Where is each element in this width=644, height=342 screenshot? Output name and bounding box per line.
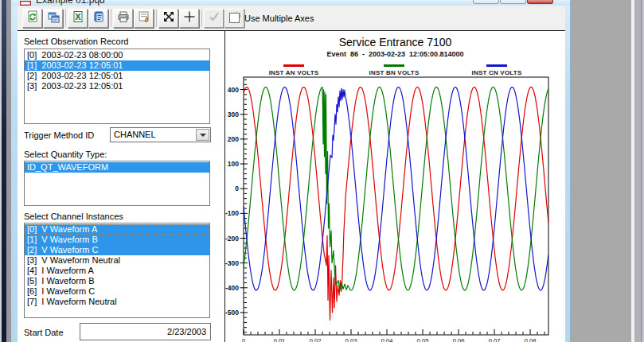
svg-text:0.04: 0.04 bbox=[381, 337, 393, 342]
minimize-button[interactable] bbox=[473, 0, 499, 4]
zoom-extents-button[interactable] bbox=[158, 9, 178, 28]
list-item[interactable]: [6] I Waveform C bbox=[25, 286, 209, 297]
svg-text:-300: -300 bbox=[225, 259, 239, 267]
copy-notes-icon bbox=[92, 10, 105, 26]
channel-instances-label: Select Channel Instances bbox=[24, 212, 123, 221]
apply-check-icon bbox=[208, 10, 221, 26]
observation-record-label: Select Observation Record bbox=[24, 37, 128, 46]
checkbox-box[interactable] bbox=[229, 13, 240, 23]
list-item[interactable]: [1] 2003-02-23 12:05:01 bbox=[25, 60, 209, 71]
list-item[interactable]: [0] V Waveform A bbox=[25, 224, 209, 235]
list-item[interactable]: ID_QT_WAVEFORM bbox=[25, 162, 209, 173]
svg-text:200: 200 bbox=[228, 135, 239, 143]
trigger-method-label: Trigger Method ID bbox=[24, 130, 94, 140]
quantity-type-listbox[interactable]: ID_QT_WAVEFORM bbox=[24, 161, 210, 206]
list-item[interactable]: [1] V Waveform B bbox=[25, 235, 209, 245]
crosshair-button[interactable] bbox=[179, 9, 199, 28]
list-item[interactable]: [3] 2003-02-23 12:05:01 bbox=[25, 81, 209, 91]
waveform-plot[interactable]: -500-400-300-200-100010020030040000.010.… bbox=[225, 31, 565, 342]
zoom-extents-icon bbox=[162, 10, 175, 26]
start-date-input[interactable] bbox=[80, 323, 211, 340]
toolbar-separator bbox=[109, 9, 113, 28]
svg-text:X: X bbox=[75, 12, 81, 21]
svg-text:0: 0 bbox=[235, 185, 239, 192]
chevron-down-icon bbox=[200, 134, 206, 137]
chart-panel: Service Entrance 7100 Event 86 - 2003-02… bbox=[225, 31, 565, 342]
list-item[interactable]: [0] 2003-02-23 08:00:00 bbox=[25, 50, 209, 60]
export-excel-icon: X bbox=[72, 10, 84, 26]
start-date-label: Start Date bbox=[24, 328, 64, 337]
report-view-icon bbox=[47, 10, 60, 26]
channel-properties-button[interactable] bbox=[134, 9, 154, 28]
apply-check-button[interactable] bbox=[204, 9, 224, 28]
channel-properties-icon bbox=[138, 10, 150, 26]
list-item[interactable]: [2] V Waveform C bbox=[25, 245, 209, 255]
list-item[interactable]: [2] 2003-02-23 12:05:01 bbox=[25, 71, 209, 81]
list-item[interactable]: [4] I Waveform A bbox=[25, 266, 209, 276]
svg-text:0.01: 0.01 bbox=[274, 337, 286, 342]
svg-text:0.06: 0.06 bbox=[453, 337, 465, 342]
dropdown-button[interactable] bbox=[196, 129, 209, 141]
svg-text:-400: -400 bbox=[225, 284, 239, 292]
observation-record-listbox[interactable]: [0] 2003-02-23 08:00:00[1] 2003-02-23 12… bbox=[24, 49, 210, 124]
copy-notes-button[interactable] bbox=[88, 9, 108, 28]
use-multiple-axes-checkbox[interactable]: Use Multiple Axes bbox=[229, 13, 314, 23]
svg-text:0.07: 0.07 bbox=[489, 337, 501, 342]
refresh-data-button[interactable] bbox=[22, 9, 42, 28]
svg-text:400: 400 bbox=[228, 86, 239, 94]
trigger-method-value: CHANNEL bbox=[114, 130, 156, 139]
list-item[interactable]: [7] I Waveform Neutral bbox=[25, 297, 209, 307]
list-item[interactable]: [5] I Waveform B bbox=[25, 276, 209, 286]
svg-text:0.03: 0.03 bbox=[345, 337, 357, 342]
toolbar-separator bbox=[154, 9, 158, 28]
checkbox-label: Use Multiple Axes bbox=[244, 14, 314, 23]
toolbar: X bbox=[22, 9, 245, 29]
list-item[interactable]: [3] V Waveform Neutral bbox=[25, 255, 209, 266]
background-window-edge bbox=[634, 0, 644, 342]
toolbar-separator bbox=[200, 9, 204, 28]
quantity-type-label: Select Quantity Type: bbox=[24, 150, 107, 159]
channel-instances-listbox[interactable]: [0] V Waveform A[1] V Waveform B[2] V Wa… bbox=[24, 223, 210, 318]
print-button[interactable] bbox=[113, 9, 133, 28]
crosshair-icon bbox=[183, 10, 196, 26]
svg-text:0.08: 0.08 bbox=[525, 337, 537, 342]
trigger-method-combobox[interactable]: CHANNEL bbox=[110, 127, 211, 142]
report-view-button[interactable] bbox=[43, 9, 63, 28]
close-button[interactable] bbox=[527, 0, 553, 4]
svg-text:-200: -200 bbox=[225, 235, 239, 243]
svg-text:300: 300 bbox=[228, 111, 239, 119]
toolbar-separator bbox=[64, 9, 68, 28]
svg-text:100: 100 bbox=[228, 160, 239, 168]
svg-text:0.05: 0.05 bbox=[417, 337, 429, 342]
refresh-data-icon bbox=[26, 10, 39, 26]
export-excel-button[interactable]: X bbox=[68, 9, 88, 28]
svg-text:0.02: 0.02 bbox=[310, 337, 322, 342]
maximize-button[interactable] bbox=[500, 0, 526, 4]
svg-text:-500: -500 bbox=[225, 309, 239, 317]
svg-text:-100: -100 bbox=[225, 209, 239, 217]
print-icon bbox=[117, 10, 130, 26]
svg-text:0: 0 bbox=[242, 337, 245, 342]
background-window-edge bbox=[641, 0, 642, 342]
window-title: Example 01.pqd bbox=[36, 0, 105, 6]
